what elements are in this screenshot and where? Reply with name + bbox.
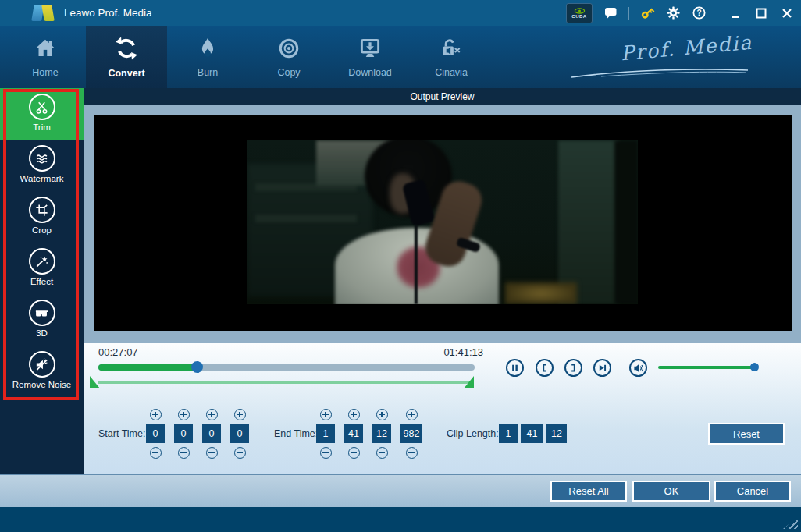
plus-icon[interactable] [320, 409, 332, 420]
watermark-waves-icon [29, 145, 55, 172]
trim-controls-panel: 00:27:07 01:41:13 Start Time: 0 [84, 343, 801, 474]
output-preview-header: Output Preview [84, 88, 801, 105]
total-time: 01:41:13 [419, 346, 483, 358]
volume-thumb[interactable] [750, 363, 759, 371]
convert-icon [114, 36, 139, 64]
maximize-button[interactable] [753, 5, 769, 21]
settings-gear-icon[interactable] [665, 5, 681, 21]
tab-download[interactable]: Download [329, 26, 411, 88]
sidebar-item-crop[interactable]: Crop [0, 191, 84, 243]
home-icon [34, 37, 57, 63]
feedback-icon[interactable] [603, 5, 618, 21]
start-time-field[interactable]: 0 [146, 424, 165, 443]
resize-grip-icon[interactable] [783, 517, 798, 529]
footer-bar: Reset All OK Cancel [0, 474, 801, 507]
volume-slider[interactable] [658, 366, 755, 369]
close-button[interactable] [779, 5, 795, 21]
sidebar-item-effect[interactable]: Effect [0, 243, 84, 294]
minus-icon[interactable] [178, 447, 190, 459]
cuda-badge-icon: CUDA [566, 3, 593, 23]
end-time-field[interactable]: 12 [372, 424, 391, 443]
cinavia-lock-icon [440, 37, 463, 63]
trim-start-handle[interactable] [90, 376, 100, 388]
preview-frame [84, 105, 801, 343]
start-time-spinner-3: 0 [202, 409, 221, 459]
cancel-button[interactable]: Cancel [714, 481, 791, 502]
sidebar-item-3d[interactable]: 3D [0, 294, 84, 346]
play-to-end-button[interactable] [593, 359, 611, 377]
ok-button[interactable]: OK [632, 481, 710, 502]
start-time-field[interactable]: 0 [174, 424, 193, 443]
titlebar-separator [628, 7, 629, 20]
sidebar-label-3d: 3D [36, 328, 48, 338]
help-icon[interactable]: ? [691, 5, 707, 21]
seek-bar-fill [98, 364, 198, 371]
brand-underline [570, 66, 749, 82]
edit-sidebar: Trim Watermark Crop Effect 3D [0, 88, 84, 474]
minus-icon[interactable] [206, 447, 218, 459]
remove-noise-icon [29, 351, 55, 378]
end-time-field[interactable]: 982 [400, 424, 422, 443]
trim-range-bar [98, 381, 473, 384]
reset-all-button[interactable]: Reset All [550, 481, 627, 502]
sidebar-label-trim: Trim [33, 122, 51, 132]
set-start-bracket-button[interactable] [536, 359, 554, 377]
end-time-label: End Time: [274, 428, 318, 439]
minus-icon[interactable] [150, 447, 162, 459]
tab-burn[interactable]: Burn [167, 26, 248, 88]
svg-text:?: ? [696, 9, 701, 17]
tab-copy[interactable]: Copy [248, 26, 329, 88]
plus-icon[interactable] [178, 409, 190, 420]
sidebar-item-remove-noise[interactable]: Remove Noise [0, 346, 84, 397]
plus-icon[interactable] [206, 409, 218, 420]
scene-cabinet [614, 140, 638, 304]
plus-icon[interactable] [234, 409, 246, 420]
tab-download-label: Download [348, 67, 392, 78]
minus-icon[interactable] [348, 447, 360, 459]
titlebar-separator [717, 7, 717, 20]
start-time-spinner-2: 0 [174, 409, 193, 459]
brand-script: Prof. Media [620, 31, 753, 66]
tab-copy-label: Copy [277, 67, 300, 78]
sidebar-item-trim[interactable]: Trim [0, 88, 84, 140]
scene-cord [415, 225, 418, 304]
tab-convert[interactable]: Convert [86, 26, 167, 88]
main-nav: Home Convert Burn Copy Download Cinavia [0, 26, 801, 88]
end-time-field[interactable]: 1 [316, 424, 335, 443]
pause-button[interactable] [506, 359, 524, 377]
start-time-field[interactable]: 0 [202, 424, 221, 443]
effect-wand-icon [29, 248, 55, 275]
minimize-button[interactable] [728, 5, 743, 21]
app-logo-icon [31, 5, 56, 21]
minus-icon[interactable] [376, 447, 388, 459]
video-letterbox[interactable] [94, 115, 792, 331]
clip-length-label: Clip Length: [447, 428, 499, 439]
sidebar-item-watermark[interactable]: Watermark [0, 140, 84, 191]
reset-button[interactable]: Reset [708, 423, 785, 445]
minus-icon[interactable] [234, 447, 246, 459]
status-bar [0, 507, 801, 532]
set-end-bracket-button[interactable] [564, 359, 582, 377]
register-key-icon[interactable] [639, 5, 655, 21]
minus-icon[interactable] [320, 447, 332, 459]
plus-icon[interactable] [376, 409, 388, 420]
trim-end-handle[interactable] [464, 376, 474, 388]
start-time-field[interactable]: 0 [230, 424, 249, 443]
clip-length-value: 41 [521, 424, 543, 443]
scene-lamp [505, 282, 577, 304]
seek-bar[interactable] [98, 364, 475, 371]
plus-icon[interactable] [348, 409, 360, 420]
tab-home[interactable]: Home [5, 26, 86, 88]
crop-icon [29, 197, 55, 223]
elapsed-time: 00:27:07 [98, 346, 138, 358]
minus-icon[interactable] [406, 447, 418, 459]
seek-thumb[interactable] [191, 361, 203, 373]
plus-icon[interactable] [150, 409, 162, 420]
tab-cinavia[interactable]: Cinavia [411, 26, 492, 88]
scene-shelf-line [255, 215, 357, 222]
start-time-label: Start Time: [98, 428, 145, 439]
end-time-spinner-1: 1 [316, 409, 335, 459]
end-time-field[interactable]: 41 [344, 424, 363, 443]
volume-button[interactable] [629, 359, 647, 377]
plus-icon[interactable] [406, 409, 418, 420]
